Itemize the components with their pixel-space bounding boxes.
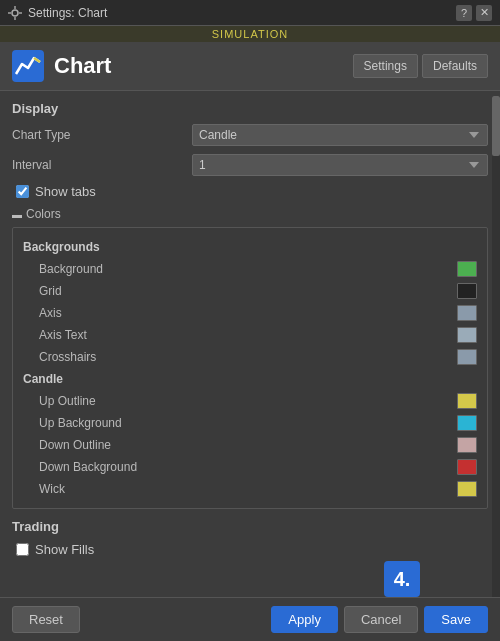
header-title: Chart (54, 53, 111, 79)
svg-rect-2 (14, 17, 15, 20)
title-bar-text: Settings: Chart (28, 6, 107, 20)
show-tabs-label[interactable]: Show tabs (35, 184, 96, 199)
show-fills-row: Show Fills (12, 542, 488, 557)
close-icon[interactable]: ✕ (476, 5, 492, 21)
save-button[interactable]: Save (424, 606, 488, 633)
scrollbar-thumb[interactable] (492, 96, 500, 156)
candle-group-title: Candle (23, 372, 477, 386)
chart-logo-icon (12, 50, 44, 82)
svg-rect-1 (14, 6, 15, 9)
color-row-up-background: Up Background (23, 412, 477, 434)
header: Chart Settings Defaults (0, 42, 500, 91)
reset-button[interactable]: Reset (12, 606, 80, 633)
colors-collapse-header[interactable]: ▬ Colors (12, 207, 488, 221)
chart-type-row: Chart Type Candle (12, 124, 488, 146)
color-row-background: Background (23, 258, 477, 280)
color-row-crosshairs: Crosshairs (23, 346, 477, 368)
chart-type-select[interactable]: Candle (192, 124, 488, 146)
show-tabs-checkbox[interactable] (16, 185, 29, 198)
background-color-swatch[interactable] (457, 261, 477, 277)
title-bar: Settings: Chart ? ✕ (0, 0, 500, 26)
chart-type-label: Chart Type (12, 128, 192, 142)
up-outline-color-swatch[interactable] (457, 393, 477, 409)
defaults-button[interactable]: Defaults (422, 54, 488, 78)
color-row-wick: Wick (23, 478, 477, 500)
cancel-button[interactable]: Cancel (344, 606, 418, 633)
interval-label: Interval (12, 158, 192, 172)
grid-color-swatch[interactable] (457, 283, 477, 299)
down-outline-color-swatch[interactable] (457, 437, 477, 453)
color-row-up-outline: Up Outline (23, 390, 477, 412)
content-area: Display Chart Type Candle Interval 1 Sho… (0, 91, 500, 592)
scrollbar-track[interactable] (492, 96, 500, 597)
show-fills-label[interactable]: Show Fills (35, 542, 94, 557)
axis-color-swatch[interactable] (457, 305, 477, 321)
trading-section-title: Trading (12, 519, 488, 534)
show-fills-checkbox[interactable] (16, 543, 29, 556)
color-row-down-background: Down Background (23, 456, 477, 478)
color-row-down-outline: Down Outline (23, 434, 477, 456)
show-tabs-row: Show tabs (12, 184, 488, 199)
interval-row: Interval 1 (12, 154, 488, 176)
apply-button[interactable]: Apply (271, 606, 338, 633)
colors-label: Colors (26, 207, 61, 221)
color-row-axis-text: Axis Text (23, 324, 477, 346)
help-icon[interactable]: ? (456, 5, 472, 21)
svg-rect-3 (8, 12, 11, 13)
down-background-color-swatch[interactable] (457, 459, 477, 475)
settings-button[interactable]: Settings (353, 54, 418, 78)
wick-color-swatch[interactable] (457, 481, 477, 497)
trading-section: Trading Show Fills (12, 519, 488, 557)
interval-select[interactable]: 1 (192, 154, 488, 176)
collapse-icon: ▬ (12, 209, 22, 220)
axis-text-color-swatch[interactable] (457, 327, 477, 343)
crosshairs-color-swatch[interactable] (457, 349, 477, 365)
svg-point-0 (12, 10, 18, 16)
simulation-bar: SIMULATION (0, 26, 500, 42)
footer: Reset Apply Cancel Save (0, 597, 500, 641)
settings-icon (8, 6, 22, 20)
colors-panel: Backgrounds Background Grid Axis Axis Te… (12, 227, 488, 509)
display-section-title: Display (12, 101, 488, 116)
colors-section: ▬ Colors Backgrounds Background Grid Axi… (12, 207, 488, 509)
color-row-grid: Grid (23, 280, 477, 302)
backgrounds-group-title: Backgrounds (23, 240, 477, 254)
badge-4: 4. (384, 561, 420, 597)
svg-rect-4 (19, 12, 22, 13)
color-row-axis: Axis (23, 302, 477, 324)
up-background-color-swatch[interactable] (457, 415, 477, 431)
